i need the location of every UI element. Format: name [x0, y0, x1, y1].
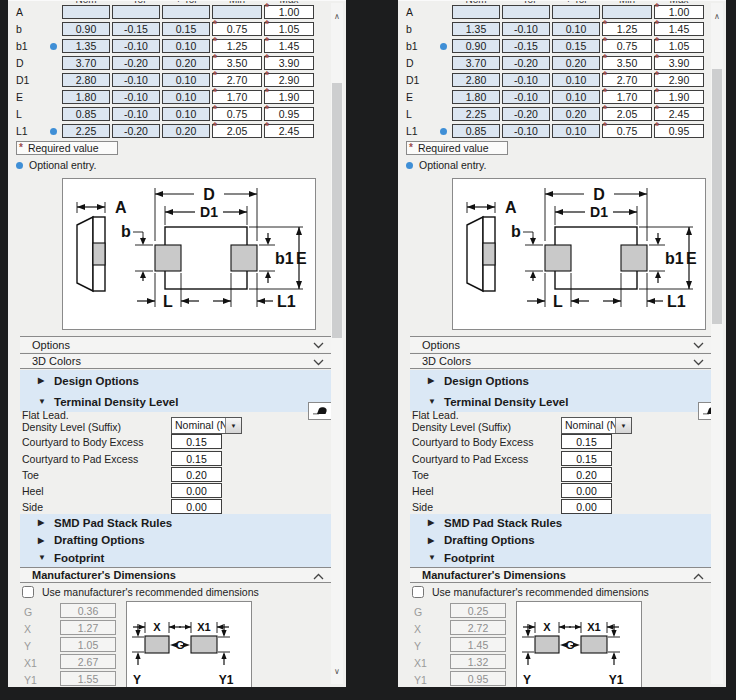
toe-input[interactable] — [561, 467, 612, 482]
dimension-cell-tol_minus[interactable]: -0.10 — [112, 39, 160, 53]
dimension-cell-nom[interactable]: 2.25 — [452, 107, 500, 121]
dimension-cell-max[interactable]: *1.00 — [654, 5, 704, 19]
dimension-cell-max[interactable]: *2.90 — [654, 73, 704, 87]
density-level-select[interactable]: Nominal (N) ▼ — [171, 417, 242, 434]
dimension-cell-tol_plus[interactable]: 0.10 — [162, 90, 210, 104]
dimension-cell-max[interactable]: *1.45 — [264, 39, 314, 53]
dimension-cell-min[interactable] — [212, 5, 262, 19]
dimension-cell-min[interactable]: *3.50 — [602, 56, 652, 70]
dimension-cell-nom[interactable]: 0.85 — [452, 124, 500, 138]
panel-scrollbar[interactable]: ∧ ∨ — [711, 3, 723, 684]
flat-lead-3d-button[interactable] — [308, 402, 332, 420]
dimension-cell-tol_minus[interactable]: -0.10 — [112, 90, 160, 104]
heel-input[interactable] — [561, 483, 612, 498]
mfr-input-X1[interactable] — [60, 654, 116, 669]
dimension-cell-tol_minus[interactable]: -0.10 — [502, 22, 550, 36]
dimension-cell-max[interactable]: *3.90 — [654, 56, 704, 70]
mfr-input-X[interactable] — [60, 620, 116, 635]
section-bar-manufacturers-dimensions[interactable]: Manufacturer's Dimensions — [20, 567, 332, 583]
dimension-cell-nom[interactable]: 1.35 — [62, 39, 110, 53]
dimension-cell-tol_plus[interactable]: 0.15 — [552, 39, 600, 53]
dimension-cell-min[interactable]: *1.25 — [212, 39, 262, 53]
section-bar-3d-colors[interactable]: 3D Colors — [410, 353, 712, 369]
dimension-cell-nom[interactable]: 1.80 — [62, 90, 110, 104]
dimension-cell-tol_minus[interactable]: -0.20 — [502, 56, 550, 70]
panel-scrollbar[interactable]: ∧ ∨ — [331, 3, 343, 684]
section-header-design-options[interactable]: ▶ Design Options — [20, 370, 332, 391]
dimension-cell-tol_plus[interactable]: 0.10 — [162, 39, 210, 53]
combo-dropdown-icon[interactable]: ▼ — [225, 418, 241, 433]
mfr-input-Y1[interactable] — [60, 671, 116, 686]
dimension-cell-nom[interactable] — [452, 5, 500, 19]
dimension-cell-tol_plus[interactable]: 0.10 — [552, 124, 600, 138]
dimension-cell-tol_plus[interactable]: 0.20 — [552, 56, 600, 70]
dimension-cell-tol_minus[interactable] — [112, 5, 160, 19]
dimension-cell-nom[interactable]: 0.90 — [452, 39, 500, 53]
use-mfr-dimensions-checkbox[interactable] — [412, 586, 424, 598]
courtyard-body-input[interactable] — [561, 434, 612, 449]
section-header-design-options[interactable]: ▶ Design Options — [410, 370, 712, 391]
dimension-cell-max[interactable]: *2.90 — [264, 73, 314, 87]
dimension-cell-tol_plus[interactable]: 0.10 — [162, 73, 210, 87]
courtyard-body-input[interactable] — [171, 434, 222, 449]
scrollbar-thumb[interactable] — [712, 69, 722, 324]
dimension-cell-tol_minus[interactable]: -0.10 — [502, 124, 550, 138]
dimension-cell-tol_minus[interactable]: -0.20 — [112, 124, 160, 138]
dimension-cell-min[interactable]: *0.75 — [212, 22, 262, 36]
scrollbar-up-icon[interactable]: ∧ — [711, 13, 723, 21]
section-bar-3d-colors[interactable]: 3D Colors — [20, 353, 332, 369]
mfr-input-X[interactable] — [450, 620, 506, 635]
scrollbar-down-icon[interactable]: ∨ — [331, 668, 343, 676]
dimension-cell-tol_plus[interactable]: 0.15 — [162, 22, 210, 36]
dimension-cell-nom[interactable]: 1.35 — [452, 22, 500, 36]
dimension-cell-nom[interactable]: 0.85 — [62, 107, 110, 121]
dimension-cell-min[interactable]: *1.70 — [602, 90, 652, 104]
dimension-cell-tol_plus[interactable]: 0.20 — [162, 56, 210, 70]
use-mfr-dimensions-checkbox[interactable] — [22, 586, 34, 598]
mfr-input-G[interactable] — [60, 603, 116, 618]
dimension-cell-max[interactable]: *1.05 — [654, 39, 704, 53]
dimension-cell-tol_plus[interactable] — [162, 5, 210, 19]
dimension-cell-min[interactable]: *0.75 — [602, 39, 652, 53]
section-header-footprint[interactable]: ▼ Footprint — [20, 549, 332, 567]
section-header-footprint[interactable]: ▼ Footprint — [410, 549, 712, 567]
toe-input[interactable] — [171, 467, 222, 482]
dimension-cell-tol_plus[interactable]: 0.10 — [552, 73, 600, 87]
dimension-cell-tol_minus[interactable]: -0.20 — [112, 56, 160, 70]
heel-input[interactable] — [171, 483, 222, 498]
dimension-cell-min[interactable]: *2.70 — [212, 73, 262, 87]
dimension-cell-tol_plus[interactable]: 0.10 — [552, 22, 600, 36]
dimension-cell-max[interactable]: *1.05 — [264, 22, 314, 36]
dimension-cell-max[interactable]: *1.00 — [264, 5, 314, 19]
section-header-drafting[interactable]: ▶ Drafting Options — [20, 532, 332, 550]
dimension-cell-max[interactable]: *1.45 — [654, 22, 704, 36]
dimension-cell-nom[interactable]: 2.25 — [62, 124, 110, 138]
side-input[interactable] — [171, 499, 222, 514]
dimension-cell-tol_plus[interactable]: 0.20 — [162, 124, 210, 138]
dimension-cell-max[interactable]: *0.95 — [264, 107, 314, 121]
dimension-cell-max[interactable]: *2.45 — [264, 124, 314, 138]
dimension-cell-nom[interactable]: 0.90 — [62, 22, 110, 36]
mfr-input-X1[interactable] — [450, 654, 506, 669]
dimension-cell-tol_minus[interactable]: -0.10 — [502, 90, 550, 104]
courtyard-pad-input[interactable] — [561, 451, 612, 466]
density-level-select[interactable]: Nominal (N) ▼ — [561, 417, 632, 434]
mfr-input-G[interactable] — [450, 603, 506, 618]
side-input[interactable] — [561, 499, 612, 514]
dimension-cell-min[interactable] — [602, 5, 652, 19]
section-header-smd-rules[interactable]: ▶ SMD Pad Stack Rules — [20, 514, 332, 532]
dimension-cell-nom[interactable]: 1.80 — [452, 90, 500, 104]
dimension-cell-max[interactable]: *1.90 — [264, 90, 314, 104]
dimension-cell-nom[interactable]: 3.70 — [62, 56, 110, 70]
dimension-cell-min[interactable]: *2.05 — [212, 124, 262, 138]
dimension-cell-min[interactable]: *2.05 — [602, 107, 652, 121]
dimension-cell-min[interactable]: *1.70 — [212, 90, 262, 104]
scrollbar-up-icon[interactable]: ∧ — [331, 13, 343, 21]
dimension-cell-nom[interactable]: 3.70 — [452, 56, 500, 70]
dimension-cell-max[interactable]: *1.90 — [654, 90, 704, 104]
dimension-cell-tol_minus[interactable]: -0.15 — [112, 22, 160, 36]
dimension-cell-max[interactable]: *0.95 — [654, 124, 704, 138]
courtyard-pad-input[interactable] — [171, 451, 222, 466]
dimension-cell-tol_minus[interactable]: -0.15 — [502, 39, 550, 53]
dimension-cell-tol_plus[interactable]: 0.10 — [552, 90, 600, 104]
